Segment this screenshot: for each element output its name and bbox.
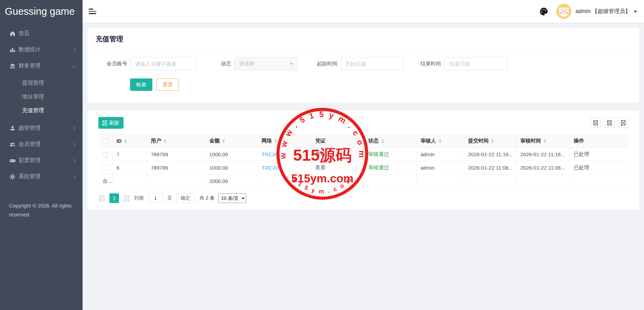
select-all-checkbox[interactable]	[103, 139, 108, 144]
cell-amount: 1000.00	[205, 161, 257, 174]
sidebar-item-home[interactable]: 首页	[0, 25, 83, 42]
view-voucher-link[interactable]: 查看	[315, 151, 326, 157]
cell-total-label: 合...	[98, 174, 112, 188]
cell-id: 6	[112, 161, 147, 174]
row-checkbox[interactable]	[103, 152, 108, 157]
page-title: 充值管理	[96, 35, 123, 43]
sort-icon[interactable]	[124, 139, 127, 144]
sidebar-item-system[interactable]: 系统管理	[0, 169, 83, 185]
header-label: 凭证	[315, 138, 326, 143]
status-text: 审核通过	[368, 164, 389, 170]
header-label: 金额	[210, 138, 220, 143]
sort-icon[interactable]	[491, 139, 494, 143]
sidebar-item-lottery[interactable]: 彩票管理	[0, 152, 83, 169]
sidebar-item-label: 彩票管理	[19, 157, 73, 164]
cell-voucher: 查看	[311, 161, 364, 174]
users-icon	[9, 141, 16, 148]
gear-icon	[9, 173, 16, 180]
header-submit-time: 提交时间	[464, 135, 516, 148]
page-size-select[interactable]: 10 条/页	[218, 193, 246, 203]
cell-status: 审核通过	[364, 148, 416, 161]
toolbar-button-1[interactable]	[590, 118, 601, 128]
cell-empty	[364, 174, 416, 188]
end-date-label: 结束时间	[420, 61, 441, 67]
status-label: 状态	[221, 61, 231, 67]
start-date-input[interactable]	[341, 57, 404, 70]
cell-status: 审核通过	[364, 161, 416, 174]
cell-empty	[569, 174, 628, 188]
header-review-time: 审核时间	[516, 135, 569, 148]
select-caret-icon	[290, 63, 293, 65]
cell-checkbox	[98, 161, 112, 174]
reset-button[interactable]: 重置	[157, 78, 179, 91]
header-label: 状态	[368, 138, 379, 143]
sort-icon[interactable]	[222, 139, 225, 143]
copyright-text: Copyright © 2026. All rights reserved.	[0, 201, 83, 220]
end-date-input[interactable]	[444, 57, 507, 70]
bank-icon	[9, 63, 16, 70]
cell-submit-time: 2026-01-22 11:08...	[464, 161, 516, 174]
admin-dropdown[interactable]: admin 【超级管理员】	[576, 8, 637, 15]
sort-icon[interactable]	[275, 139, 277, 143]
network-link[interactable]: TRC20	[262, 151, 278, 157]
view-voucher-link[interactable]: 查看	[315, 164, 326, 170]
row-checkbox[interactable]	[103, 165, 108, 171]
topbar: admin 【超级管理员】	[83, 0, 644, 23]
sort-icon[interactable]	[544, 139, 546, 143]
account-filter-group: 会员账号	[107, 57, 196, 70]
sidebar-item-stats[interactable]: 数据统计	[0, 42, 83, 58]
theme-palette-icon[interactable]	[539, 7, 549, 16]
total-count-label: 共 2 条	[200, 195, 215, 201]
goto-page-input[interactable]	[148, 193, 163, 203]
header-id: ID	[112, 135, 147, 148]
confirm-page-button[interactable]: 确定	[176, 193, 195, 203]
next-page-button[interactable]	[123, 194, 130, 202]
sidebar-item-finance[interactable]: 财务管理	[0, 58, 83, 74]
cell-empty	[112, 174, 147, 188]
menu-toggle-icon[interactable]	[89, 7, 97, 15]
avatar[interactable]	[556, 4, 571, 19]
admin-label: admin 【超级管理员】	[576, 8, 631, 15]
header-voucher: 凭证	[311, 135, 364, 148]
refresh-label: 刷新	[109, 120, 119, 126]
account-input[interactable]	[131, 57, 196, 70]
account-label: 会员账号	[107, 61, 127, 67]
sort-icon[interactable]	[164, 139, 167, 143]
sort-icon[interactable]	[439, 139, 441, 143]
sidebar-item-superadmin[interactable]: 超管管理	[0, 120, 83, 136]
status-select-placeholder: 请选择	[239, 61, 255, 67]
main-content: 充值管理 会员账号 状态 请选择 起始时间 结束时间	[83, 23, 644, 310]
status-select[interactable]: 请选择	[235, 57, 298, 70]
toolbar-button-3[interactable]	[618, 118, 628, 128]
sidebar-item-recharge[interactable]: 充值管理	[0, 104, 83, 117]
sidebar-item-label: 超管管理	[19, 125, 73, 132]
table-tool-icons	[590, 118, 628, 128]
toolbar-glyph-icon	[607, 120, 612, 126]
page-number-button[interactable]: 1	[109, 193, 119, 203]
cell-network: TRC20	[257, 148, 311, 161]
cell-empty	[516, 174, 569, 188]
cell-id: 7	[112, 148, 147, 161]
sidebar-item-label: 财务管理	[19, 62, 73, 70]
sidebar-item-members[interactable]: 会员管理	[0, 136, 83, 152]
header-label: 提交时间	[468, 138, 489, 143]
sort-icon[interactable]	[381, 139, 384, 143]
finance-submenu: 提现管理 地址管理 充值管理	[0, 76, 83, 117]
sidebar-item-withdraw[interactable]: 提现管理	[0, 76, 83, 90]
header-amount: 金额	[205, 135, 257, 148]
sidebar-item-address[interactable]: 地址管理	[0, 90, 83, 104]
chevron-down-icon	[72, 64, 76, 68]
cell-empty	[311, 174, 364, 188]
prev-page-button[interactable]	[98, 194, 105, 202]
toolbar-button-2[interactable]	[604, 118, 614, 128]
network-link[interactable]: TRC20	[262, 165, 278, 171]
search-button[interactable]: 检索	[130, 78, 152, 91]
sidebar-menu: 首页 数据统计 财务管理 提现管理 地址管理 充值管理	[0, 23, 83, 185]
chevron-right-icon	[72, 143, 76, 146]
cell-voucher: 查看	[311, 148, 364, 161]
cell-reviewer: admin	[416, 148, 464, 161]
recharge-table: ID 用户 金额 网络 凭证 状态 审核人 提交时间 审核时间 操作 7 789…	[98, 134, 628, 188]
refresh-button[interactable]: 刷新	[98, 117, 124, 129]
user-icon	[9, 125, 16, 132]
table-card: 刷新 ID 用户 金额 网络	[87, 111, 639, 210]
